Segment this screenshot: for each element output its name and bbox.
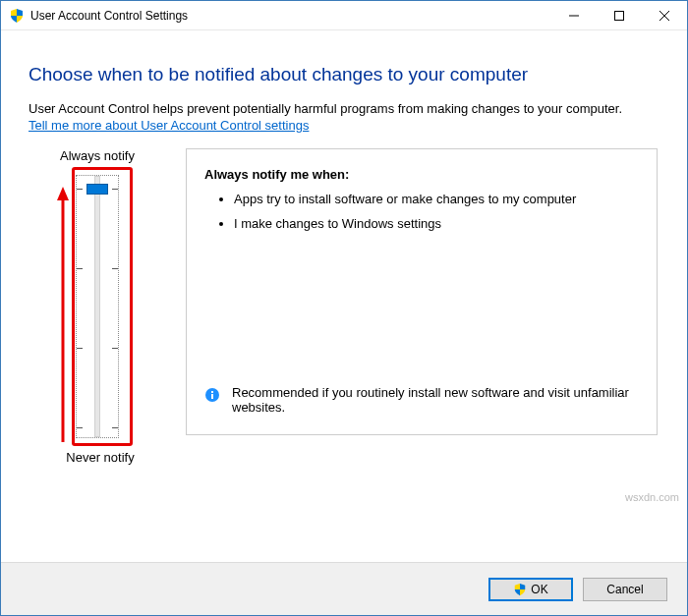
info-panel: Always notify me when: Apps try to insta… [186, 148, 658, 435]
window-title: User Account Control Settings [30, 9, 551, 23]
content-area: Choose when to be notified about changes… [1, 30, 687, 562]
titlebar: User Account Control Settings [1, 1, 687, 30]
ok-button[interactable]: OK [488, 578, 573, 601]
info-icon [204, 387, 220, 406]
uac-settings-window: User Account Control Settings Choose whe… [0, 0, 688, 616]
recommendation-text: Recommended if you routinely install new… [232, 385, 639, 415]
close-button[interactable] [642, 1, 687, 29]
slider-thumb[interactable] [86, 184, 108, 195]
cancel-button-label: Cancel [606, 583, 643, 596]
svg-marker-5 [57, 187, 69, 200]
info-list-item: Apps try to install software or make cha… [234, 192, 639, 206]
info-list-item: I make changes to Windows settings [234, 216, 639, 231]
page-heading: Choose when to be notified about changes… [29, 64, 659, 85]
window-controls [551, 1, 687, 29]
page-description: User Account Control helps prevent poten… [29, 101, 659, 116]
slider-label-never: Never notify [66, 450, 134, 465]
info-panel-list: Apps try to install software or make cha… [204, 192, 639, 231]
maximize-button[interactable] [597, 1, 642, 29]
button-bar: OK Cancel [1, 562, 687, 615]
slider-label-always: Always notify [60, 148, 135, 163]
minimize-button[interactable] [551, 1, 597, 29]
uac-shield-icon [9, 8, 25, 24]
info-panel-title: Always notify me when: [204, 167, 639, 182]
cancel-button[interactable]: Cancel [583, 578, 667, 601]
annotation-arrow-icon [56, 187, 70, 446]
svg-rect-1 [615, 11, 624, 20]
shield-icon [513, 583, 527, 596]
watermark: wsxdn.com [625, 491, 679, 503]
learn-more-link[interactable]: Tell me more about User Account Control … [29, 118, 309, 133]
slider-wrap [58, 169, 137, 444]
svg-rect-7 [211, 394, 213, 399]
main-area: Always notify N [29, 148, 659, 465]
svg-rect-8 [211, 391, 213, 393]
notification-level-slider[interactable] [76, 175, 119, 438]
recommendation-row: Recommended if you routinely install new… [204, 385, 639, 415]
ok-button-label: OK [531, 583, 547, 596]
slider-column: Always notify N [29, 148, 166, 465]
